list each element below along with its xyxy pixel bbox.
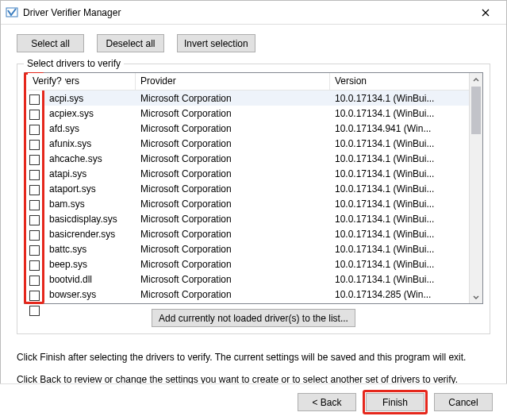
verify-checkbox[interactable] xyxy=(29,110,40,120)
verify-checkbox[interactable] xyxy=(29,185,40,195)
table-row[interactable]: basicrender.sysMicrosoft Corporation10.0… xyxy=(44,226,469,241)
verify-checkbox-cell xyxy=(26,288,42,303)
cell-version: 10.0.17134.1 (WinBui... xyxy=(330,168,469,179)
verify-checkbox-cell xyxy=(26,243,42,258)
titlebar: Driver Verifier Manager xyxy=(1,1,506,25)
cell-driver: beep.sys xyxy=(44,259,136,270)
verify-checkbox[interactable] xyxy=(29,170,40,180)
verify-checkbox[interactable] xyxy=(29,140,40,150)
verify-checkbox-cell xyxy=(26,122,42,137)
table-row[interactable]: battc.sysMicrosoft Corporation10.0.17134… xyxy=(44,241,469,256)
cell-provider: Microsoft Corporation xyxy=(136,168,330,179)
finish-button[interactable]: Finish xyxy=(366,393,424,411)
table-row[interactable]: atapi.sysMicrosoft Corporation10.0.17134… xyxy=(44,166,469,181)
cell-version: 10.0.17134.1 (WinBui... xyxy=(330,198,469,210)
column-header-version[interactable]: Version xyxy=(330,73,469,90)
verify-checkbox-cell xyxy=(26,213,42,228)
cell-driver: basicrender.sys xyxy=(44,229,136,240)
verify-checkbox[interactable] xyxy=(29,155,40,165)
cell-version: 10.0.17134.1 (WinBui... xyxy=(330,274,469,285)
cell-version: 10.0.17134.1 (WinBui... xyxy=(330,108,469,119)
verify-checkbox-column xyxy=(24,72,44,304)
cell-version: 10.0.17134.941 (Win... xyxy=(330,123,469,134)
cell-driver: bam.sys xyxy=(44,198,136,210)
close-button[interactable] xyxy=(468,2,503,24)
cell-driver: afd.sys xyxy=(44,123,136,134)
cell-version: 10.0.17134.1 (WinBui... xyxy=(330,183,469,195)
cell-provider: Microsoft Corporation xyxy=(136,289,330,300)
table-row[interactable]: basicdisplay.sysMicrosoft Corporation10.… xyxy=(44,211,469,226)
cell-provider: Microsoft Corporation xyxy=(136,123,330,134)
cell-driver: afunix.sys xyxy=(44,138,136,149)
instruction-line-1: Click Finish after selecting the drivers… xyxy=(17,352,490,363)
instructions: Click Finish after selecting the drivers… xyxy=(17,352,490,385)
verify-checkbox[interactable] xyxy=(29,200,40,210)
deselect-all-button[interactable]: Deselect all xyxy=(97,34,164,52)
verify-checkbox[interactable] xyxy=(29,94,40,105)
cell-version: 10.0.17134.1 (WinBui... xyxy=(330,259,469,270)
scroll-up-button[interactable] xyxy=(470,73,482,87)
cell-driver: bowser.sys xyxy=(44,289,136,300)
table-row[interactable]: afd.sysMicrosoft Corporation10.0.17134.9… xyxy=(44,121,469,136)
window-title: Driver Verifier Manager xyxy=(23,7,468,18)
app-icon xyxy=(6,6,18,19)
verify-checkbox-cell xyxy=(26,137,42,152)
column-header-verify[interactable]: Verify? xyxy=(28,73,65,91)
table-header: Drivers Provider Version xyxy=(44,73,469,91)
verify-checkbox[interactable] xyxy=(29,125,40,135)
verify-checkbox[interactable] xyxy=(29,215,40,225)
invert-selection-button[interactable]: Invert selection xyxy=(177,34,255,52)
verify-checkbox[interactable] xyxy=(29,245,40,256)
add-drivers-button[interactable]: Add currently not loaded driver(s) to th… xyxy=(152,309,355,327)
table-row[interactable]: cdd.dllMicrosoft Corporation10.0.17134.1… xyxy=(44,302,469,303)
verify-checkbox-cell xyxy=(26,92,42,107)
cell-provider: Microsoft Corporation xyxy=(136,244,330,255)
group-label: Select drivers to verify xyxy=(24,58,124,69)
cell-driver: basicdisplay.sys xyxy=(44,214,136,225)
cell-version: 10.0.17134.1 (WinBui... xyxy=(330,153,469,164)
verify-checkbox[interactable] xyxy=(29,291,40,301)
cell-version: 10.0.17134.1 (WinBui... xyxy=(330,138,469,149)
select-all-button[interactable]: Select all xyxy=(17,34,84,52)
table-row[interactable]: acpiex.sysMicrosoft Corporation10.0.1713… xyxy=(44,106,469,121)
cell-version: 10.0.17134.1 (WinBui... xyxy=(330,93,469,104)
verify-checkbox-cell xyxy=(26,303,42,318)
verify-checkbox[interactable] xyxy=(29,276,40,286)
table-row[interactable]: beep.sysMicrosoft Corporation10.0.17134.… xyxy=(44,256,469,272)
table-row[interactable]: bam.sysMicrosoft Corporation10.0.17134.1… xyxy=(44,196,469,211)
verify-checkbox-cell xyxy=(26,228,42,243)
back-button[interactable]: < Back xyxy=(298,393,356,411)
scroll-track[interactable] xyxy=(470,87,482,290)
column-header-provider[interactable]: Provider xyxy=(136,73,330,90)
cell-provider: Microsoft Corporation xyxy=(136,93,330,104)
table-row[interactable]: acpi.sysMicrosoft Corporation10.0.17134.… xyxy=(44,91,469,106)
scrollbar[interactable] xyxy=(469,73,482,303)
cell-provider: Microsoft Corporation xyxy=(136,138,330,149)
cancel-button[interactable]: Cancel xyxy=(434,393,493,411)
scroll-down-button[interactable] xyxy=(470,290,482,303)
top-buttons: Select all Deselect all Invert selection xyxy=(17,34,490,52)
table-body: acpi.sysMicrosoft Corporation10.0.17134.… xyxy=(44,91,469,303)
verify-checkbox-cell xyxy=(26,107,42,122)
verify-checkbox[interactable] xyxy=(29,260,40,271)
table-row[interactable]: ahcache.sysMicrosoft Corporation10.0.171… xyxy=(44,151,469,166)
table-row[interactable]: bootvid.dllMicrosoft Corporation10.0.171… xyxy=(44,272,469,287)
scroll-thumb[interactable] xyxy=(471,87,481,134)
drivers-table: Drivers Provider Version acpi.sysMicroso… xyxy=(24,72,483,304)
table-row[interactable]: afunix.sysMicrosoft Corporation10.0.1713… xyxy=(44,136,469,151)
cell-provider: Microsoft Corporation xyxy=(136,229,330,240)
cell-driver: acpiex.sys xyxy=(44,108,136,119)
verify-checkbox-cell xyxy=(26,168,42,183)
table-row[interactable]: ataport.sysMicrosoft Corporation10.0.171… xyxy=(44,181,469,196)
verify-checkbox[interactable] xyxy=(29,230,40,241)
cell-driver: acpi.sys xyxy=(44,93,136,104)
cell-provider: Microsoft Corporation xyxy=(136,214,330,225)
table-row[interactable]: bowser.sysMicrosoft Corporation10.0.1713… xyxy=(44,287,469,302)
cell-driver: ataport.sys xyxy=(44,183,136,195)
cell-version: 10.0.17134.285 (Win... xyxy=(330,289,469,300)
verify-checkbox[interactable] xyxy=(29,306,40,316)
cell-version: 10.0.17134.1 (WinBui... xyxy=(330,214,469,225)
cell-driver: atapi.sys xyxy=(44,168,136,179)
finish-highlight: Finish xyxy=(363,390,428,414)
cell-provider: Microsoft Corporation xyxy=(136,153,330,164)
